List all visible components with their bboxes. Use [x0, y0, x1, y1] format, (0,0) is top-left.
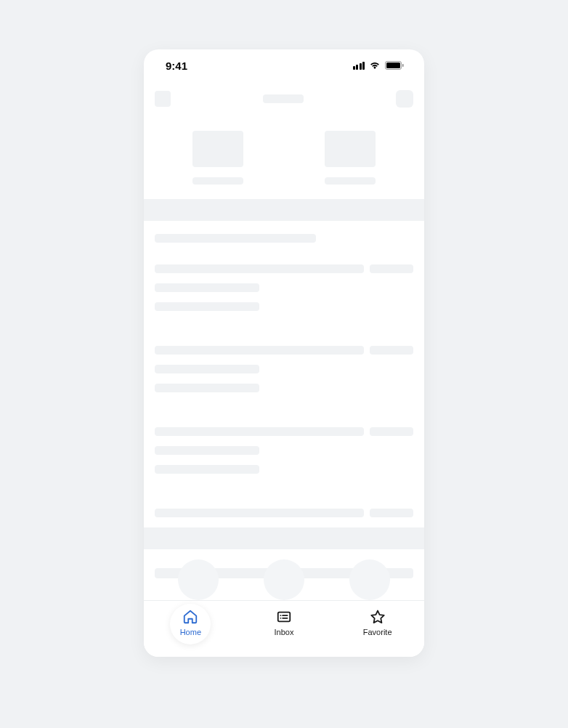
list-item-skeleton: [155, 346, 413, 392]
header-left-placeholder: [155, 91, 171, 107]
nav-tab-favorite[interactable]: Favorite: [349, 608, 407, 636]
card-image-placeholder: [192, 131, 243, 167]
card-placeholder: [192, 131, 243, 185]
line-placeholder: [155, 264, 364, 273]
section-divider: [144, 199, 424, 221]
line-placeholder: [155, 283, 259, 292]
nav-label: Favorite: [363, 628, 392, 636]
status-time: 9:41: [166, 60, 187, 72]
line-placeholder: [370, 346, 413, 355]
card-placeholder: [325, 131, 376, 185]
header-title-placeholder: [263, 94, 304, 103]
card-label-placeholder: [192, 177, 243, 185]
header-right-placeholder: [396, 90, 413, 108]
section-divider: [144, 527, 424, 549]
wifi-icon: [369, 61, 381, 70]
cellular-icon: [353, 62, 365, 70]
line-placeholder: [155, 509, 364, 517]
line-placeholder: [155, 365, 259, 373]
summary-cards-skeleton: [144, 110, 424, 199]
svg-marker-8: [371, 611, 384, 623]
nav-tab-inbox[interactable]: Inbox: [255, 608, 313, 636]
line-placeholder: [370, 264, 413, 273]
card-label-placeholder: [325, 177, 376, 185]
list-item-skeleton: [155, 264, 413, 311]
phone-frame: 9:41: [144, 49, 424, 657]
section-title-placeholder: [155, 234, 316, 243]
section2-skeleton: [144, 549, 424, 578]
line-placeholder: [155, 568, 413, 578]
nav-label: Home: [180, 628, 201, 636]
line-placeholder: [155, 302, 259, 311]
svg-rect-1: [386, 62, 400, 68]
app-header-skeleton: [144, 81, 424, 110]
star-icon: [369, 608, 386, 626]
bottom-nav: Home Inbox Favorite: [144, 600, 424, 657]
nav-tab-home[interactable]: Home: [161, 608, 219, 636]
line-placeholder: [155, 346, 364, 355]
svg-rect-2: [402, 64, 404, 67]
inbox-icon: [275, 608, 293, 626]
battery-icon: [385, 61, 404, 70]
status-bar: 9:41: [144, 49, 424, 81]
line-placeholder: [370, 427, 413, 436]
line-placeholder: [370, 509, 413, 517]
list-item-skeleton: [155, 427, 413, 474]
status-indicators: [353, 61, 405, 70]
home-icon: [182, 608, 199, 626]
list-skeleton: [144, 221, 424, 517]
content-scroll[interactable]: [144, 81, 424, 657]
line-placeholder: [155, 446, 259, 455]
list-item-skeleton: [155, 509, 413, 517]
line-placeholder: [155, 465, 259, 474]
line-placeholder: [155, 384, 259, 392]
line-placeholder: [155, 427, 364, 436]
nav-label: Inbox: [275, 628, 294, 636]
card-image-placeholder: [325, 131, 376, 167]
svg-rect-3: [278, 612, 291, 622]
